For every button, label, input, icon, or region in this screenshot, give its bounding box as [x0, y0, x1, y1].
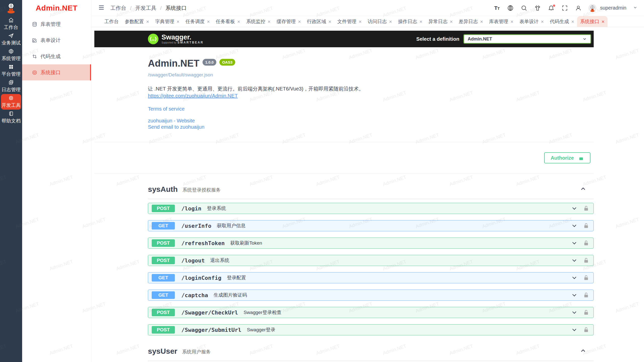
tab-close-icon[interactable]: × [359, 19, 362, 24]
contact-email-link[interactable]: Send email to zuohuaijun [148, 124, 205, 130]
tab-close-icon[interactable]: × [207, 19, 210, 24]
rail-item-log-mgmt[interactable]: 日志管理 [1, 78, 21, 94]
expand-chevron-down-icon[interactable] [571, 309, 578, 316]
tab-label: 操作日志 [398, 18, 417, 25]
fullscreen-icon[interactable] [561, 5, 568, 12]
avatar-monk-icon [589, 5, 596, 12]
avatar[interactable] [588, 4, 596, 12]
collapse-section-chevron-up-icon[interactable] [580, 186, 586, 193]
endpoint-row[interactable]: GET /userInfo 获取用户信息 [148, 220, 594, 231]
endpoint-row[interactable]: POST /logout 退出系统 [148, 255, 594, 266]
user-menu-chevron-down-icon[interactable] [633, 5, 637, 11]
auth-lock-icon[interactable] [583, 223, 589, 229]
endpoint-row[interactable]: POST /Swagger/CheckUrl Swagger登录检查 [148, 307, 594, 318]
user-profile-icon[interactable] [575, 5, 582, 12]
auth-lock-icon[interactable] [583, 206, 589, 211]
tab[interactable]: 行政区域 × [304, 16, 334, 27]
tab-close-icon[interactable]: × [601, 19, 605, 24]
rail-item-dev-tools[interactable]: 开发工具 [1, 94, 21, 110]
endpoint-path: /logout [181, 257, 205, 264]
endpoint-row[interactable]: GET /loginConfig 登录配置 [148, 272, 594, 283]
tab[interactable]: 库表管理 × [486, 16, 516, 27]
section-header[interactable]: sysAuth 系统登录授权服务 [148, 185, 594, 199]
expand-chevron-down-icon[interactable] [571, 327, 578, 333]
tab-close-icon[interactable]: × [571, 19, 574, 24]
expand-chevron-down-icon[interactable] [571, 257, 578, 264]
expand-chevron-down-icon[interactable] [571, 240, 578, 246]
endpoint-row[interactable]: POST /Swagger/SubmitUrl Swagger登录 [148, 324, 594, 335]
tab[interactable]: 系统接口 × [577, 16, 608, 27]
authorize-button[interactable]: Authorize [544, 152, 590, 163]
breadcrumb-item[interactable]: 系统接口 [166, 5, 187, 12]
endpoint-row[interactable]: POST /login 登录系统 [148, 203, 594, 214]
auth-lock-icon[interactable] [583, 327, 589, 333]
definition-select[interactable]: Admin.NET [463, 34, 591, 44]
expand-chevron-down-icon[interactable] [571, 222, 578, 229]
tab[interactable]: 参数配置 × [122, 16, 152, 27]
contact-website-link[interactable]: zuohuaijun - Website [148, 118, 195, 124]
tab[interactable]: 任务调度 × [182, 16, 213, 27]
tab-label: 库表管理 [489, 18, 508, 25]
tab[interactable]: 字典管理 × [152, 16, 183, 27]
tab-close-icon[interactable]: × [146, 19, 149, 24]
tab[interactable]: 操作日志 × [395, 16, 425, 27]
tab[interactable]: 系统监控 × [243, 16, 274, 27]
tab-close-icon[interactable]: × [480, 19, 483, 24]
repo-link[interactable]: https://gitee.com/zuohuaijun/Admin.NET [148, 93, 238, 99]
tab[interactable]: 访问日志 × [365, 16, 395, 27]
tab[interactable]: 文件管理 × [334, 16, 365, 27]
tab[interactable]: 代码生成 × [547, 16, 577, 27]
tab[interactable]: 表单设计 × [516, 16, 547, 27]
sidebar-item-label: 系统接口 [41, 69, 61, 76]
endpoint-row[interactable]: GET /captcha 生成图片验证码 [148, 290, 594, 301]
rail-item-help-docs[interactable]: 帮助文档 [1, 110, 21, 125]
theme-skin-icon[interactable] [534, 5, 541, 12]
tab[interactable]: 差异日志 × [456, 16, 486, 27]
sidebar-item-system-api[interactable]: 系统接口 [22, 64, 91, 80]
app-logo[interactable] [0, 0, 22, 16]
tab-close-icon[interactable]: × [237, 19, 240, 24]
notification-bell-icon[interactable] [548, 5, 555, 12]
breadcrumb-item[interactable]: 开发工具 [135, 5, 156, 12]
tab[interactable]: 任务看板 × [213, 16, 243, 27]
tab-close-icon[interactable]: × [268, 19, 271, 24]
rail-item-system-mgmt[interactable]: 系统管理 [1, 47, 21, 63]
tab-close-icon[interactable]: × [510, 19, 513, 24]
expand-chevron-down-icon[interactable] [571, 205, 578, 212]
sidebar-item-code-gen[interactable]: 代码生成 [22, 48, 91, 64]
auth-lock-icon[interactable] [583, 292, 589, 298]
auth-lock-icon[interactable] [583, 240, 589, 246]
rail-item-workbench[interactable]: 工作台 [1, 16, 21, 32]
spec-url[interactable]: /swagger/Default/swagger.json [148, 72, 594, 78]
auth-lock-icon[interactable] [583, 275, 589, 281]
tab[interactable]: 缓存管理 × [273, 16, 304, 27]
collapse-section-chevron-up-icon[interactable] [580, 347, 586, 355]
tab-close-icon[interactable]: × [419, 19, 422, 24]
auth-lock-icon[interactable] [583, 258, 589, 263]
section-header[interactable]: sysUser 系统用户服务 [148, 347, 594, 361]
terms-of-service-link[interactable]: Terms of service [148, 106, 185, 112]
tab-close-icon[interactable]: × [298, 19, 301, 24]
sidebar-item-table-mgmt[interactable]: 库表管理 [22, 16, 91, 32]
font-size-icon[interactable]: TT [493, 5, 500, 12]
rail-item-business-test[interactable]: 业务测试 [1, 32, 21, 47]
tab[interactable]: 工作台 × [101, 16, 122, 27]
expand-chevron-down-icon[interactable] [571, 292, 578, 298]
username-label[interactable]: superadmin [600, 5, 626, 11]
tab-close-icon[interactable]: × [541, 19, 544, 24]
rail-item-platform-mgmt[interactable]: 平台管理 [1, 63, 21, 78]
search-icon[interactable] [520, 5, 528, 12]
auth-lock-icon[interactable] [583, 310, 589, 315]
collapse-menu-icon[interactable] [98, 4, 105, 12]
endpoint-description: 获取刷新Token [230, 240, 262, 246]
language-icon[interactable] [507, 5, 514, 12]
tab-close-icon[interactable]: × [450, 19, 453, 24]
tab-close-icon[interactable]: × [177, 19, 180, 24]
breadcrumb-item[interactable]: 工作台 [110, 5, 126, 12]
endpoint-row[interactable]: POST /refreshToken 获取刷新Token [148, 238, 594, 249]
expand-chevron-down-icon[interactable] [571, 275, 578, 281]
tab-close-icon[interactable]: × [328, 19, 331, 24]
sidebar-item-form-design[interactable]: 表单设计 [22, 32, 91, 48]
tab-close-icon[interactable]: × [389, 19, 392, 24]
tab[interactable]: 异常日志 × [425, 16, 456, 27]
